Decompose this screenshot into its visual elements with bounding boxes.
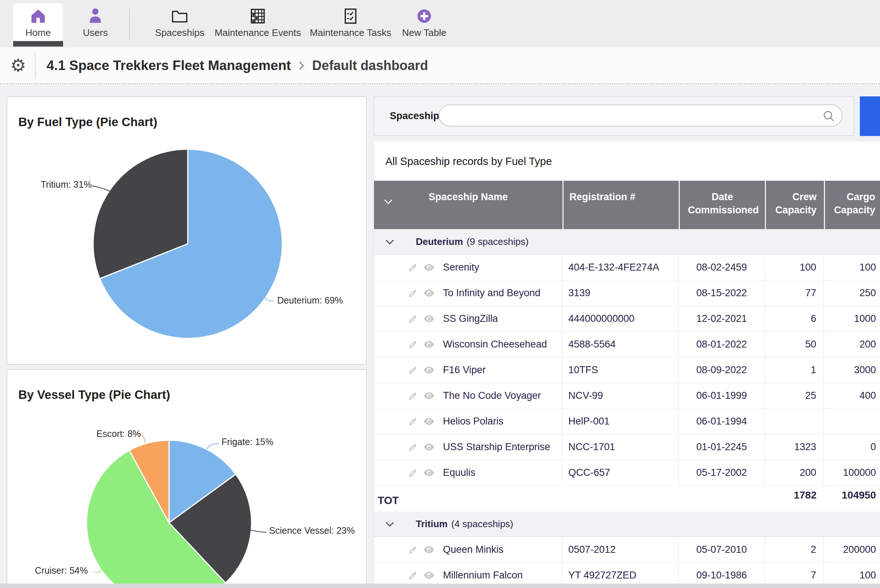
spaceship-name-text: The No Code Voyager (443, 390, 541, 401)
edit-icon[interactable] (408, 288, 418, 298)
column-header-date-commissioned[interactable]: Date Commissioned (679, 181, 765, 229)
edit-icon[interactable] (408, 545, 418, 555)
cell-date-commissioned: 06-01-1999 (679, 383, 765, 408)
totals-cargo-capacity: 104950 (824, 486, 880, 512)
cell-registration: 4588-5564 (562, 332, 679, 357)
view-icon[interactable] (423, 468, 435, 477)
table-row: F16 Viper10TFS08-09-202213000 (374, 357, 880, 383)
edit-icon[interactable] (408, 417, 418, 427)
table-row: Serenity404-E-132-4FE274A08-02-245910010… (374, 255, 880, 280)
nav-tab-new-table[interactable]: New Table (400, 3, 448, 41)
view-icon[interactable] (423, 340, 435, 349)
group-header-row: Deuterium(9 spaceships) (374, 229, 880, 255)
settings-gear-icon[interactable]: ⚙ (10, 57, 26, 74)
cell-registration: 10TFS (562, 357, 679, 383)
search-submit-button[interactable] (860, 96, 880, 136)
cell-date-commissioned: 01-01-2245 (679, 434, 765, 460)
breadcrumb-current-page[interactable]: Default dashboard (312, 58, 428, 74)
search-field[interactable] (438, 105, 842, 126)
view-icon[interactable] (423, 263, 435, 272)
breadcrumb-app-title[interactable]: 4.1 Space Trekkers Fleet Management (47, 58, 291, 74)
table-body: Deuterium(9 spaceships)Serenity404-E-132… (374, 229, 880, 588)
group-header-row: Tritium(4 spaceships) (374, 512, 880, 537)
chevron-down-icon[interactable] (385, 521, 395, 527)
records-table-card: All Spaceship records by Fuel Type Space… (374, 141, 880, 588)
collapse-all-chevron-icon[interactable] (383, 195, 393, 208)
nav-label: Spaceships (155, 27, 204, 39)
table-title: All Spaceship records by Fuel Type (385, 155, 552, 168)
column-header-registration[interactable]: Registration # (562, 181, 679, 229)
column-header-spaceship-name[interactable]: Spaceship Name (374, 181, 562, 229)
group-collapse-chevron[interactable] (385, 239, 395, 245)
chevron-down-icon[interactable] (385, 239, 395, 245)
view-icon[interactable] (423, 545, 435, 554)
column-header-crew-capacity[interactable]: Crew Capacity (765, 181, 824, 229)
view-icon[interactable] (423, 442, 435, 452)
cell-date-commissioned: 12-02-2021 (679, 306, 765, 332)
search-icon[interactable] (823, 110, 835, 124)
window-bottom-edge (0, 584, 880, 588)
spaceship-name-text: Queen Minkis (443, 544, 503, 555)
cell-registration: QCC-657 (562, 460, 679, 485)
spaceship-name-text: USS Starship Enterprise (443, 441, 550, 453)
search-input[interactable] (448, 106, 809, 124)
cell-date-commissioned: 08-02-2459 (679, 255, 765, 280)
table-row: Queen Minkis0507-201205-07-20102200000 (374, 537, 880, 563)
edit-icon[interactable] (408, 468, 418, 478)
app-window: Home Users Spaceships (0, 0, 880, 588)
nav-label: Home (25, 27, 51, 39)
plus-circle-icon (416, 7, 432, 26)
cell-registration: NCV-99 (562, 383, 679, 408)
totals-empty-cell (562, 486, 679, 512)
edit-icon[interactable] (408, 570, 418, 580)
cell-date-commissioned: 05-17-2002 (679, 460, 765, 485)
group-collapse-chevron[interactable] (385, 521, 395, 527)
top-navigation: Home Users Spaceships (0, 0, 880, 48)
checklist-icon (343, 7, 358, 26)
edit-icon[interactable] (408, 391, 418, 401)
cell-registration: 0507-2012 (562, 537, 679, 562)
edit-icon[interactable] (408, 262, 418, 273)
nav-divider (129, 9, 130, 40)
cell-crew-capacity: 200 (765, 460, 824, 485)
cell-cargo-capacity: 250 (824, 280, 880, 306)
nav-tab-users[interactable]: Users (72, 3, 119, 41)
nav-tab-maintenance-tasks[interactable]: Maintenance Tasks (308, 3, 393, 41)
chevron-right-icon (298, 60, 305, 71)
view-icon[interactable] (423, 571, 435, 580)
vessel-type-pie (8, 370, 367, 588)
view-icon[interactable] (423, 391, 435, 400)
table-row: The No Code VoyagerNCV-9906-01-199925400 (374, 383, 880, 409)
cell-cargo-capacity: 100000 (824, 460, 880, 485)
spaceship-name-text: To Infinity and Beyond (443, 287, 541, 299)
cell-crew-capacity: 100 (765, 255, 824, 280)
table-row: To Infinity and Beyond313908-15-20227725… (374, 280, 880, 306)
edit-icon[interactable] (408, 365, 418, 375)
view-icon[interactable] (423, 288, 435, 298)
cell-cargo-capacity: 0 (824, 434, 880, 460)
cell-crew-capacity: 77 (765, 280, 824, 306)
search-panel: Spaceships (374, 96, 854, 136)
cell-cargo-capacity: 400 (824, 383, 880, 408)
cell-spaceship-name: Helios Polaris (374, 409, 562, 434)
cell-crew-capacity: 50 (765, 332, 824, 357)
edit-icon[interactable] (408, 442, 418, 452)
fuel-type-pie (8, 97, 367, 365)
view-icon[interactable] (423, 417, 435, 426)
nav-tab-home[interactable]: Home (13, 3, 63, 41)
group-name: Deuterium (416, 236, 463, 248)
group-name: Tritium (416, 518, 448, 530)
table-grid-icon (250, 7, 266, 26)
edit-icon[interactable] (408, 314, 418, 324)
pie-callout-cruiser: Cruiser: 54% (35, 565, 88, 576)
cell-spaceship-name: F16 Viper (374, 357, 562, 383)
view-icon[interactable] (423, 366, 435, 375)
nav-tab-spaceships[interactable]: Spaceships (149, 3, 211, 41)
edit-icon[interactable] (408, 339, 418, 350)
spaceship-name-text: Helios Polaris (443, 416, 503, 427)
view-icon[interactable] (423, 314, 435, 323)
column-header-cargo-capacity[interactable]: Cargo Capacity (824, 181, 880, 229)
cell-crew-capacity: 1 (765, 357, 824, 383)
nav-tab-maintenance-events[interactable]: Maintenance Events (214, 3, 302, 41)
pie-callout-science-vessel: Science Vessel: 23% (269, 525, 354, 536)
